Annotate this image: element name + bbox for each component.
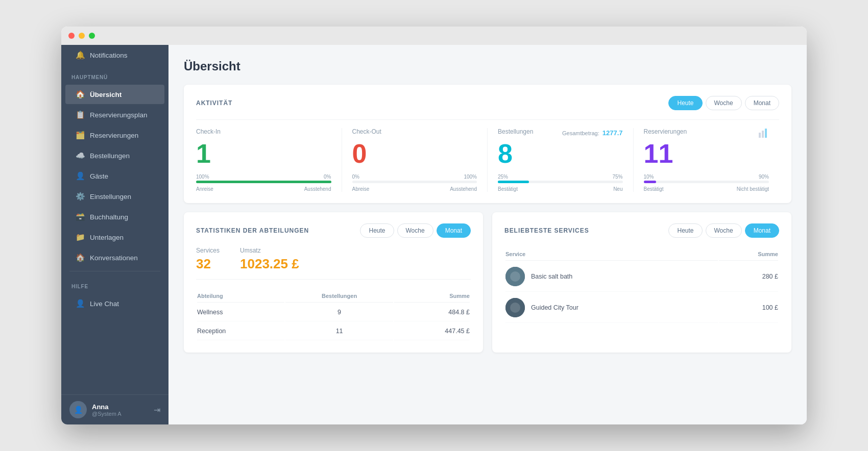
col-bestellungen: Bestellungen: [285, 290, 393, 303]
sidebar-item-label: Reservierungsplan: [90, 111, 148, 119]
bestellungen-left-pct: 25%: [498, 174, 508, 180]
filter-heute-activity[interactable]: Heute: [668, 96, 702, 110]
checkout-sub-right: Ausstehend: [450, 186, 477, 192]
checkin-sub-right: Ausstehend: [304, 186, 331, 192]
bestellungen-col: Bestellungen Gesamtbetrag: 1277.7 8 25% …: [488, 128, 634, 192]
statistiken-filter-woche[interactable]: Woche: [397, 223, 433, 238]
bell-icon: 🔔: [76, 51, 85, 60]
checkout-progress-labels: 0% 100%: [352, 174, 477, 180]
table-row: Reception 11 447.45 £: [197, 322, 470, 340]
close-button[interactable]: [68, 33, 75, 39]
services-summary: Services 32: [196, 247, 220, 272]
sidebar-item-unterlagen[interactable]: 📁 Unterlagen: [65, 228, 164, 247]
svg-rect-2: [765, 129, 767, 138]
bestellungen-cell: 11: [285, 322, 393, 340]
sidebar-item-reservierungsplan[interactable]: 📋 Reservierungsplan: [65, 105, 164, 124]
chat-icon: 🏠: [76, 253, 85, 262]
cloud-icon: ☁️: [76, 151, 85, 160]
beliebteste-filter-woche[interactable]: Woche: [706, 223, 742, 238]
reservierungen-right-pct: 90%: [759, 174, 769, 180]
sidebar-item-label: Gäste: [90, 172, 108, 180]
calendar-icon: 📋: [76, 110, 85, 119]
sidebar-item-label: Übersicht: [90, 91, 122, 98]
sidebar-item-konversationen[interactable]: 🏠 Konversationen: [65, 248, 164, 267]
beliebteste-filter-heute[interactable]: Heute: [668, 223, 702, 238]
sidebar-item-bestellungen[interactable]: ☁️ Bestellungen: [65, 146, 164, 165]
sidebar-item-label: Konversationen: [90, 254, 138, 262]
reservierungen-fill: [644, 181, 657, 183]
service-name: Basic salt bath: [531, 273, 572, 280]
user-icon: 👤: [76, 171, 85, 181]
user-profile: 👤 Anna @System A ⇥: [61, 394, 168, 424]
sidebar-section-help: Hilfe: [61, 274, 168, 293]
user-name: Anna: [92, 403, 149, 411]
logout-icon[interactable]: ⇥: [154, 405, 160, 415]
umsatz-val: 1023.25 £: [240, 256, 299, 272]
activity-header: AKTIVITÄT Heute Woche Monat: [196, 96, 779, 110]
sidebar-item-live-chat[interactable]: 👤 Live Chat: [65, 294, 164, 313]
statistiken-filter-monat[interactable]: Monat: [437, 223, 471, 238]
abteilung-cell: Reception: [197, 322, 284, 340]
maximize-button[interactable]: [89, 33, 95, 39]
checkin-sub-labels: Anreise Ausstehend: [196, 186, 331, 192]
checkin-label: Check-In: [196, 128, 331, 135]
bar-chart-icon: [759, 129, 769, 140]
svg-point-4: [510, 271, 520, 282]
reservierungen-progress-labels: 10% 90%: [644, 174, 769, 180]
document-icon: 📁: [76, 233, 85, 242]
statistiken-header: STATISTIKEN DER ABTEILUNGEN Heute Woche …: [196, 223, 471, 238]
beliebteste-filter-monat[interactable]: Monat: [745, 223, 779, 238]
services-count: 32: [196, 256, 220, 272]
avatar: 👤: [69, 401, 87, 418]
col-service: Service: [505, 248, 718, 261]
checkout-label: Check-Out: [352, 128, 477, 135]
checkin-fill: [196, 181, 331, 183]
checkin-right-pct: 0%: [324, 174, 331, 180]
list-item: Guided City Tour 100 £: [505, 293, 778, 323]
statistiken-filter-group: Heute Woche Monat: [360, 223, 471, 238]
sidebar-item-label: Live Chat: [90, 300, 119, 308]
activity-grid: Check-In 1 100% 0% Anreise Ausstehend: [196, 119, 779, 192]
statistiken-filter-heute[interactable]: Heute: [360, 223, 394, 238]
checkout-progress-bar: [352, 181, 477, 183]
activity-card: AKTIVITÄT Heute Woche Monat Check-In 1 1…: [184, 85, 791, 203]
sidebar-item-buchhaltung[interactable]: 🗃️ Buchhaltung: [65, 207, 164, 227]
gear-icon: ⚙️: [76, 192, 85, 201]
list-item: Basic salt bath 280 £: [505, 262, 778, 292]
checkin-value: 1: [196, 140, 331, 167]
checkout-sub-labels: Abreise Ausstehend: [352, 186, 477, 192]
ledger-icon: 🗃️: [76, 212, 85, 221]
bestellungen-label: Bestellungen: [498, 128, 533, 135]
umsatz-label: Umsatz: [240, 247, 299, 254]
service-image: [505, 298, 525, 317]
filter-monat-activity[interactable]: Monat: [745, 96, 779, 110]
beliebteste-header: BELIEBTESTE SERVICES Heute Woche Monat: [504, 223, 779, 238]
activity-title: AKTIVITÄT: [196, 99, 232, 107]
live-chat-icon: 👤: [76, 299, 85, 308]
sidebar-item-notifications[interactable]: 🔔 Notifications: [65, 45, 164, 65]
filter-woche-activity[interactable]: Woche: [706, 96, 742, 110]
checkin-col: Check-In 1 100% 0% Anreise Ausstehend: [196, 128, 342, 192]
checkin-sub-left: Anreise: [196, 186, 213, 192]
sidebar-item-reservierungen[interactable]: 🗂️ Reservierungen: [65, 126, 164, 145]
activity-filter-group: Heute Woche Monat: [668, 96, 779, 110]
reservierungen-label: Reservierungen: [644, 128, 687, 135]
services-table: Service Summe Basic salt b: [504, 247, 779, 324]
avatar-info: Anna @System A: [92, 403, 149, 417]
col-abteilung: Abteilung: [197, 290, 284, 303]
reservierungen-progress-bar: [644, 181, 769, 183]
service-summe: 100 £: [719, 293, 778, 323]
sidebar-item-label: Reservierungen: [90, 132, 138, 139]
sidebar-item-gaste[interactable]: 👤 Gäste: [65, 166, 164, 186]
abteilung-cell: Wellness: [197, 304, 284, 321]
minimize-button[interactable]: [79, 33, 85, 39]
sidebar-item-ubersicht[interactable]: 🏠 Übersicht: [65, 85, 164, 104]
sidebar-item-einstellungen[interactable]: ⚙️ Einstellungen: [65, 187, 164, 206]
bestellungen-progress-bar: [498, 181, 623, 183]
checkin-left-pct: 100%: [196, 174, 209, 180]
checkout-col: Check-Out 0 0% 100% Abreise Ausstehend: [342, 128, 488, 192]
services-label: Services: [196, 247, 220, 254]
reservierungen-col: Reservierungen 11 10%: [634, 128, 780, 192]
checkout-value: 0: [352, 140, 477, 167]
sidebar-item-label: Notifications: [90, 52, 128, 59]
